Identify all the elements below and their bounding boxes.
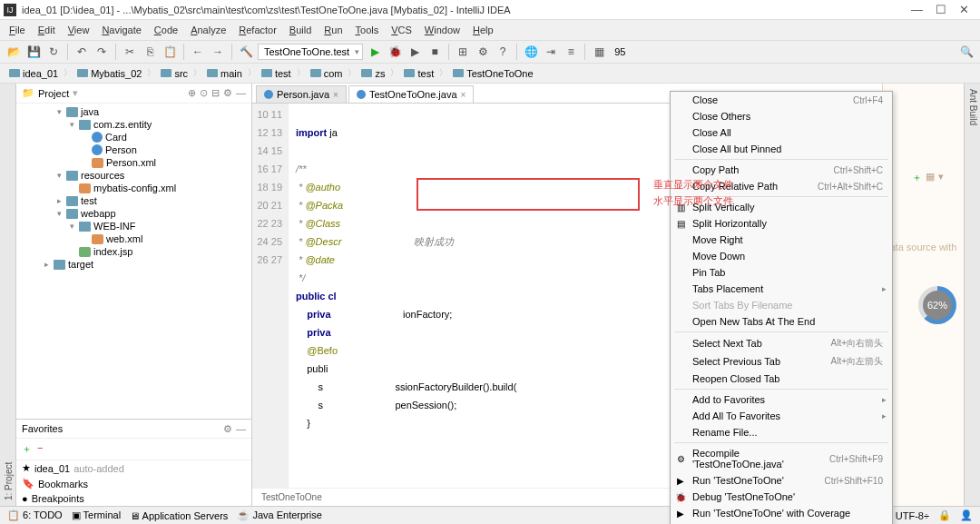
- editor-tab-testonetoone-java[interactable]: TestOneToOne.java×: [348, 85, 474, 103]
- menu-item-select-next-tab[interactable]: Select Next TabAlt+向右箭头: [671, 334, 892, 352]
- list-icon[interactable]: ≡: [563, 44, 579, 60]
- tree-item-index-jsp[interactable]: index.jsp: [16, 245, 251, 258]
- back-icon[interactable]: ←: [190, 44, 206, 60]
- menu-item-move-down[interactable]: Move Down: [671, 248, 892, 264]
- project-tree[interactable]: ▾java▾com.zs.entityCardPersonPerson.xml▾…: [16, 104, 251, 419]
- gear-icon[interactable]: ⚙: [223, 87, 232, 99]
- menu-run[interactable]: Run: [318, 23, 348, 37]
- menu-item-reopen-closed-tab[interactable]: Reopen Closed Tab: [671, 371, 892, 387]
- run-icon[interactable]: ▶: [367, 44, 383, 60]
- menu-refactor[interactable]: Refactor: [233, 23, 282, 37]
- run-config-dropdown[interactable]: TestOneToOne.test: [258, 44, 363, 60]
- open-icon[interactable]: 📂: [5, 44, 22, 60]
- minimize-panel-icon[interactable]: —: [236, 423, 246, 435]
- status-appservers[interactable]: 🖥 Application Servers: [130, 510, 228, 521]
- menu-item-split-horizontally[interactable]: ▤Split Horizontally: [671, 215, 892, 232]
- crumb-testonetoone[interactable]: TestOneToOne: [449, 67, 536, 80]
- collapse-icon[interactable]: ⊕: [188, 87, 196, 99]
- add-icon[interactable]: ＋: [912, 171, 922, 184]
- grid-icon[interactable]: ▦: [926, 171, 935, 184]
- menu-item-run--testonetoone-[interactable]: ▶Run 'TestOneToOne'Ctrl+Shift+F10: [671, 472, 892, 489]
- web-icon[interactable]: 🌐: [523, 44, 539, 60]
- status-todo[interactable]: 📋 6: TODO: [7, 509, 63, 521]
- status-terminal[interactable]: ▣ Terminal: [72, 509, 121, 521]
- menu-item-close-others[interactable]: Close Others: [671, 108, 892, 124]
- menu-build[interactable]: Build: [284, 23, 317, 37]
- copy-icon[interactable]: ⎘: [142, 44, 158, 60]
- paste-icon[interactable]: 📋: [162, 44, 178, 60]
- status-javaee[interactable]: ☕ Java Enterprise: [237, 509, 322, 521]
- status-lock-icon[interactable]: 🔒: [938, 509, 951, 521]
- menu-item-debug--testonetoone-[interactable]: 🐞Debug 'TestOneToOne': [671, 489, 892, 505]
- menu-vcs[interactable]: VCS: [386, 23, 417, 37]
- status-inspector-icon[interactable]: 👤: [960, 509, 973, 521]
- tree-item-web-xml[interactable]: web.xml: [16, 232, 251, 245]
- menu-help[interactable]: Help: [467, 23, 499, 37]
- minimize-panel-icon[interactable]: —: [236, 87, 246, 99]
- tree-item-card[interactable]: Card: [16, 131, 251, 143]
- favorite-breakpoints[interactable]: ●Breakpoints: [16, 491, 251, 506]
- stop-icon[interactable]: ■: [426, 44, 443, 60]
- maximize-button[interactable]: ☐: [936, 3, 946, 16]
- leftbar-structure[interactable]: 7: Structure: [0, 84, 2, 506]
- menu-item-pin-tab[interactable]: Pin Tab: [671, 264, 892, 281]
- debug-icon[interactable]: 🐞: [387, 44, 403, 60]
- gear-icon[interactable]: ⚙: [223, 423, 232, 435]
- build-icon[interactable]: 🔨: [238, 44, 254, 60]
- tree-item-com-zs-entity[interactable]: ▾com.zs.entity: [16, 118, 251, 131]
- menu-item-rename-file---[interactable]: Rename File...: [671, 424, 892, 440]
- tree-item-webapp[interactable]: ▾webapp: [16, 207, 251, 220]
- menu-item-close-all-but-pinned[interactable]: Close All but Pinned: [671, 141, 892, 157]
- favorite-idea_01[interactable]: ★idea_01 auto-added: [16, 460, 251, 476]
- menu-navigate[interactable]: Navigate: [96, 23, 146, 37]
- menu-item-close-all[interactable]: Close All: [671, 124, 892, 141]
- crumb-com[interactable]: com: [307, 67, 347, 80]
- tree-item-java[interactable]: ▾java: [16, 105, 251, 118]
- settings-icon[interactable]: ⚙: [475, 44, 491, 60]
- crumb-src[interactable]: src: [157, 67, 191, 80]
- forward-icon[interactable]: →: [210, 44, 226, 60]
- hide-icon[interactable]: ⊟: [211, 87, 220, 99]
- tree-item-resources[interactable]: ▾resources: [16, 169, 251, 182]
- redo-icon[interactable]: ↷: [93, 44, 110, 60]
- menu-item-recompile--testonetoone-java-[interactable]: ⚙Recompile 'TestOneToOne.java'Ctrl+Shift…: [671, 445, 892, 472]
- remove-favorite-icon[interactable]: −: [37, 442, 43, 456]
- menu-edit[interactable]: Edit: [33, 23, 61, 37]
- editor-tab-person-java[interactable]: Person.java×: [256, 85, 347, 103]
- close-button[interactable]: ✕: [959, 3, 969, 16]
- crumb-test[interactable]: test: [258, 67, 295, 80]
- save-icon[interactable]: 💾: [25, 44, 42, 60]
- menu-analyze[interactable]: Analyze: [185, 23, 231, 37]
- target-icon[interactable]: ⊙: [200, 87, 208, 99]
- progress-indicator[interactable]: 62%: [918, 286, 956, 324]
- menu-view[interactable]: View: [63, 23, 95, 37]
- cut-icon[interactable]: ✂: [122, 44, 138, 60]
- tree-item-person-xml[interactable]: Person.xml: [16, 156, 251, 169]
- crumb-test[interactable]: test: [400, 67, 437, 80]
- tree-item-target[interactable]: ▸target: [16, 258, 251, 271]
- menu-item-move-right[interactable]: Move Right: [671, 232, 892, 248]
- menu-tools[interactable]: Tools: [350, 23, 385, 37]
- crumb-zs[interactable]: zs: [358, 67, 388, 80]
- menu-item-add-all-to-favorites[interactable]: Add All To Favorites: [671, 408, 892, 424]
- menu-item-close[interactable]: CloseCtrl+F4: [671, 92, 892, 108]
- db-icon[interactable]: ▦: [591, 44, 607, 60]
- crumb-idea_01[interactable]: idea_01: [5, 67, 62, 80]
- menu-code[interactable]: Code: [149, 23, 183, 37]
- drop-icon[interactable]: ▾: [938, 171, 944, 184]
- crumb-mybatis_02[interactable]: Mybatis_02: [74, 67, 145, 80]
- minimize-button[interactable]: —: [911, 3, 923, 16]
- tree-item-test[interactable]: ▸test: [16, 194, 251, 207]
- menu-window[interactable]: Window: [419, 23, 466, 37]
- help-icon[interactable]: ?: [495, 44, 511, 60]
- add-favorite-icon[interactable]: ＋: [22, 442, 32, 456]
- rightbar-antbuild[interactable]: Ant Build: [966, 84, 980, 506]
- sync-icon[interactable]: ↻: [45, 44, 62, 60]
- tree-item-mybatis-config-xml[interactable]: mybatis-config.xml: [16, 182, 251, 194]
- menu-item-run--testonetoone--with-coverage[interactable]: ▶Run 'TestOneToOne' with Coverage: [671, 505, 892, 521]
- menu-item-tabs-placement[interactable]: Tabs Placement: [671, 281, 892, 297]
- favorite-bookmarks[interactable]: 🔖Bookmarks: [16, 476, 251, 491]
- tree-item-web-inf[interactable]: ▾WEB-INF: [16, 220, 251, 232]
- leftbar-project[interactable]: 1: Project: [2, 84, 15, 506]
- deploy-icon[interactable]: ⇥: [543, 44, 559, 60]
